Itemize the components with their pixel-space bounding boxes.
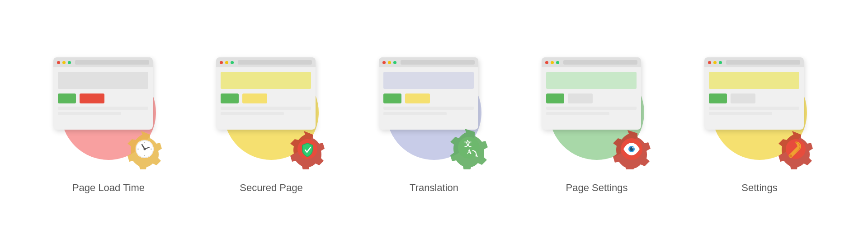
red-block-1: [80, 93, 104, 103]
browser-2: [216, 57, 316, 130]
gear-shield-svg: [285, 124, 330, 169]
browser-1: [53, 57, 153, 130]
label-translation: Translation: [410, 182, 458, 194]
dot-yellow-4: [551, 61, 554, 64]
browser-bar-5: [704, 57, 804, 67]
dot-red-4: [545, 61, 548, 64]
green-block-4: [546, 93, 564, 103]
gear-translation-container: 文 A: [445, 122, 493, 171]
dot-green-4: [556, 61, 559, 64]
label-secured-page: Secured Page: [240, 182, 302, 194]
gear-wrench-svg: [773, 124, 818, 169]
dot-yellow-1: [62, 61, 66, 64]
gear-wrench-container: [773, 124, 818, 171]
icon-item-secured-page: Secured Page: [203, 49, 339, 194]
browser-bar-4: [542, 57, 641, 67]
line-2b: [221, 112, 284, 115]
dot-red-3: [382, 61, 386, 64]
browser-content-5: [704, 67, 804, 122]
icon-item-page-load-time: Page Load Time: [41, 49, 176, 194]
dot-green-5: [719, 61, 722, 64]
browser-row-1: [58, 93, 148, 103]
browser-3: [379, 57, 478, 130]
label-settings: Settings: [741, 182, 778, 194]
browser-bar-2: [216, 57, 316, 67]
gray-block-4: [568, 93, 593, 103]
line-4a: [546, 107, 637, 110]
dot-red-1: [57, 61, 60, 64]
svg-point-18: [632, 147, 634, 149]
icon-wrapper-page-settings: [533, 49, 660, 176]
green-block-5: [709, 93, 727, 103]
header-block-1: [58, 72, 148, 89]
line-5a: [709, 107, 799, 110]
dot-yellow-5: [713, 61, 717, 64]
browser-5: [704, 57, 804, 130]
dot-yellow-3: [388, 61, 391, 64]
green-block-3: [383, 93, 401, 103]
browser-url-3: [401, 60, 475, 65]
browser-bar-1: [53, 57, 153, 67]
line-1b: [58, 112, 121, 115]
label-page-settings: Page Settings: [566, 182, 628, 194]
browser-content-1: [53, 67, 153, 122]
gear-eye-svg: [608, 124, 656, 169]
header-block-4: [546, 72, 637, 89]
dot-green-2: [231, 61, 234, 64]
green-block-2: [221, 93, 239, 103]
yellow-block-3: [405, 93, 430, 103]
gear-translation-svg: 文 A: [445, 122, 493, 169]
browser-url-5: [726, 60, 800, 65]
browser-row-2: [221, 93, 311, 103]
icon-item-page-settings: Page Settings: [529, 49, 665, 194]
gray-block-5: [731, 93, 755, 103]
icon-item-translation: 文 A Translation: [366, 49, 502, 194]
browser-row-5: [709, 93, 799, 103]
icons-container: Page Load Time: [23, 40, 845, 203]
header-block-5: [709, 72, 799, 89]
dot-green-3: [393, 61, 396, 64]
dot-green-1: [68, 61, 71, 64]
line-1a: [58, 107, 148, 110]
gear-clock-container: [122, 124, 167, 171]
label-page-load-time: Page Load Time: [72, 182, 145, 194]
line-2a: [221, 107, 311, 110]
dot-yellow-2: [225, 61, 228, 64]
line-5b: [709, 112, 772, 115]
browser-row-3: [383, 93, 474, 103]
svg-point-9: [144, 148, 146, 150]
browser-bar-3: [379, 57, 478, 67]
gear-eye-container: [608, 124, 656, 171]
dot-red-5: [708, 61, 711, 64]
gear-clock-svg: [122, 124, 167, 169]
header-block-2: [221, 72, 311, 89]
browser-url-4: [563, 60, 637, 65]
green-block-1: [58, 93, 76, 103]
yellow-block-2: [242, 93, 267, 103]
svg-text:A: A: [467, 149, 472, 155]
browser-4: [542, 57, 641, 130]
line-3b: [383, 112, 447, 115]
icon-wrapper-page-load-time: [45, 49, 172, 176]
icon-wrapper-settings: [696, 49, 823, 176]
browser-url-1: [75, 60, 149, 65]
icon-wrapper-secured-page: [208, 49, 335, 176]
browser-content-2: [216, 67, 316, 122]
header-block-3: [383, 72, 474, 89]
icon-wrapper-translation: 文 A: [371, 49, 497, 176]
line-4b: [546, 112, 609, 115]
line-3a: [383, 107, 474, 110]
dot-red-2: [220, 61, 223, 64]
svg-text:文: 文: [464, 140, 472, 148]
browser-content-4: [542, 67, 641, 122]
gear-shield-container: [285, 124, 330, 171]
browser-content-3: [379, 67, 478, 122]
icon-item-settings: Settings: [692, 49, 827, 194]
browser-row-4: [546, 93, 637, 103]
browser-url-2: [238, 60, 312, 65]
svg-point-20: [789, 154, 792, 157]
